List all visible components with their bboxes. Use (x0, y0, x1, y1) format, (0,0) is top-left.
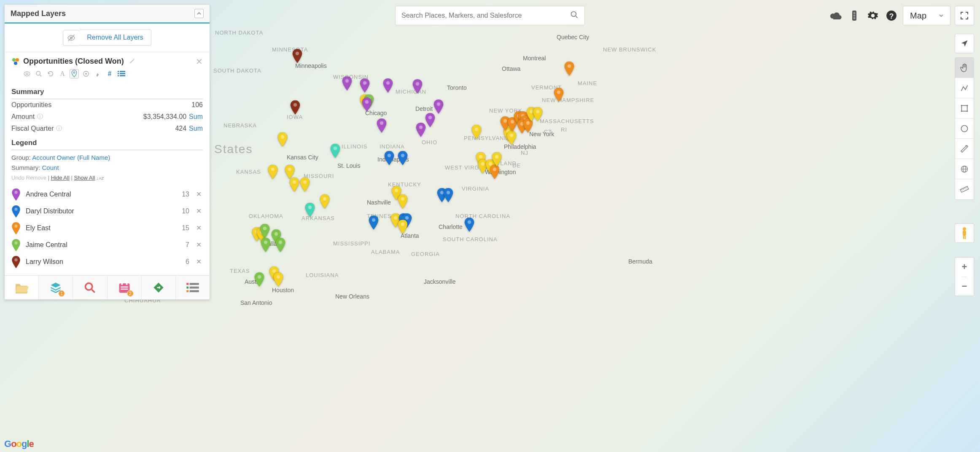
locate-button[interactable] (955, 34, 974, 53)
weather-button[interactable] (829, 8, 843, 23)
map-marker[interactable] (289, 178, 300, 192)
map-marker[interactable] (491, 152, 502, 167)
map-marker[interactable] (277, 132, 288, 147)
traffic-button[interactable] (847, 8, 862, 23)
nav-calendar[interactable]: 2 (108, 276, 142, 299)
map-marker[interactable] (260, 238, 271, 252)
draw-polyline-tool[interactable] (955, 78, 974, 98)
legend-item-remove[interactable]: ✕ (194, 258, 203, 266)
pan-tool[interactable] (955, 58, 974, 78)
help-button[interactable]: ? (884, 8, 899, 23)
info-icon[interactable]: ⓘ (56, 125, 62, 132)
legend-item-remove[interactable]: ✕ (194, 190, 203, 198)
zoom-in-button[interactable]: + (962, 258, 967, 277)
map-marker[interactable] (376, 118, 387, 133)
map-marker[interactable] (553, 88, 564, 102)
map-marker[interactable] (397, 220, 408, 234)
map-marker[interactable] (254, 272, 265, 287)
legend-item-remove[interactable]: ✕ (194, 207, 203, 215)
map-marker[interactable] (304, 203, 315, 217)
summary-agg-link[interactable]: Count (42, 164, 59, 171)
search-icon[interactable] (570, 11, 579, 21)
tool-highlight[interactable] (93, 69, 102, 78)
nav-list-view[interactable] (176, 276, 210, 299)
legend-item[interactable]: Larry Wilson6✕ (11, 253, 203, 270)
tool-hash[interactable]: # (105, 69, 114, 78)
legend-item[interactable]: Jaime Central7✕ (11, 237, 203, 253)
settings-button[interactable] (866, 8, 880, 23)
tool-list[interactable] (117, 69, 126, 78)
summary-agg-toggle[interactable]: Sum (189, 113, 203, 121)
tool-radius[interactable] (81, 69, 91, 78)
tool-label[interactable]: A (58, 69, 67, 78)
map-marker[interactable] (284, 165, 295, 179)
group-link[interactable]: Account Owner (Full Name) (32, 154, 110, 161)
panel-title: Mapped Layers (11, 9, 66, 18)
map-marker[interactable] (443, 188, 454, 202)
map-marker[interactable] (273, 272, 284, 287)
map-marker[interactable] (267, 165, 278, 179)
search-input[interactable] (401, 12, 570, 19)
map-marker[interactable] (506, 131, 517, 145)
legend-item[interactable]: Ely East15✕ (11, 220, 203, 237)
map-marker[interactable] (464, 218, 475, 232)
map-marker[interactable] (319, 194, 330, 209)
map-marker[interactable] (433, 100, 444, 114)
map-marker[interactable] (330, 144, 341, 158)
map-marker[interactable] (384, 151, 395, 165)
map-marker[interactable] (412, 79, 423, 94)
tool-visibility[interactable] (22, 69, 32, 78)
collapse-button[interactable] (194, 9, 204, 18)
measure-tool[interactable] (955, 139, 974, 159)
edit-layer-button[interactable] (129, 57, 136, 66)
legend-item[interactable]: Daryl Distributor10✕ (11, 203, 203, 220)
map-marker[interactable] (290, 100, 301, 115)
svg-rect-92 (186, 286, 188, 288)
map-marker[interactable] (275, 238, 286, 252)
map-marker[interactable] (425, 113, 436, 127)
nav-search[interactable] (73, 276, 107, 299)
ruler-tool[interactable] (955, 179, 974, 199)
close-layer-button[interactable]: ✕ (196, 56, 203, 67)
legend-item-remove[interactable]: ✕ (194, 224, 203, 232)
legend-item-remove[interactable]: ✕ (194, 241, 203, 249)
zoom-out-button[interactable]: − (962, 277, 967, 296)
info-icon[interactable]: ⓘ (37, 113, 43, 121)
nav-folder[interactable] (5, 276, 39, 299)
tool-zoom[interactable] (34, 69, 43, 78)
map-marker[interactable] (564, 62, 575, 76)
map-marker[interactable] (532, 107, 543, 121)
undo-remove-link[interactable]: Undo Remove (11, 175, 46, 181)
map-marker[interactable] (359, 78, 370, 93)
map-marker[interactable] (368, 215, 379, 230)
map-marker[interactable] (299, 178, 310, 192)
pegman-button[interactable] (955, 223, 974, 243)
hide-all-link[interactable]: Hide All (51, 175, 70, 181)
tool-refresh[interactable] (46, 69, 55, 78)
svg-point-38 (279, 240, 283, 244)
map-marker[interactable] (342, 76, 353, 91)
map-marker[interactable] (489, 165, 500, 179)
globe-tool[interactable] (955, 159, 974, 179)
nav-layers[interactable]: 1 (39, 276, 73, 299)
summary-agg-toggle[interactable]: Sum (189, 125, 203, 132)
search-bar[interactable] (395, 6, 585, 25)
map-marker[interactable] (292, 49, 303, 63)
map-marker[interactable] (259, 224, 270, 238)
map-type-dropdown[interactable]: Map (903, 6, 950, 25)
tool-marker[interactable] (70, 69, 79, 78)
map-marker[interactable] (471, 125, 482, 139)
toggle-visibility-button[interactable] (63, 30, 80, 46)
fullscreen-button[interactable] (955, 6, 974, 25)
map-marker[interactable] (382, 78, 393, 93)
show-all-link[interactable]: Show All (74, 175, 95, 181)
draw-circle-tool[interactable] (955, 118, 974, 139)
map-marker[interactable] (361, 97, 372, 112)
draw-rect-tool[interactable] (955, 98, 974, 118)
legend-item[interactable]: Andrea Central13✕ (11, 186, 203, 203)
map-marker[interactable] (397, 151, 408, 165)
map-marker[interactable] (397, 194, 408, 209)
remove-all-layers-button[interactable]: Remove All Layers (79, 30, 151, 46)
sort-icon[interactable]: ↓AZ (97, 175, 104, 180)
nav-directions[interactable] (142, 276, 176, 299)
